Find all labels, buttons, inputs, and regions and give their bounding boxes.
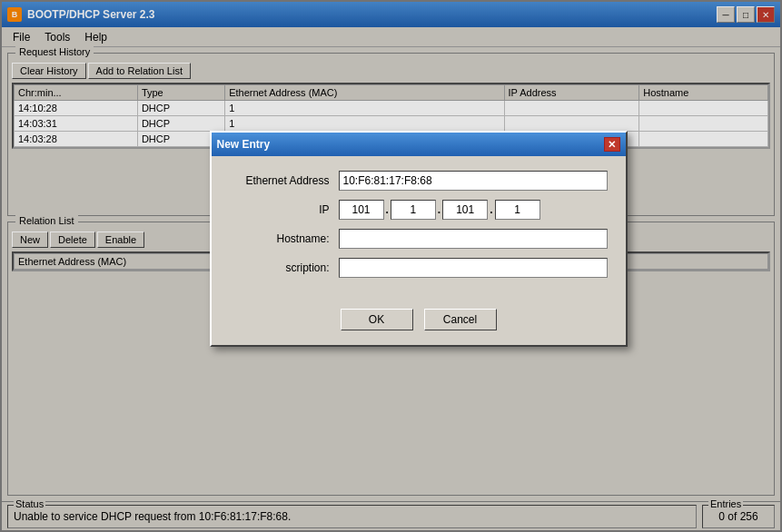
ip-row: IP . . .: [230, 200, 608, 220]
ip-label: IP: [230, 203, 339, 216]
ip-segment-2[interactable]: [391, 200, 436, 220]
main-window: B BOOTP/DHCP Server 2.3 ─ □ ✕ File Tools…: [0, 0, 782, 532]
hostname-label: Hostname:: [230, 232, 339, 245]
description-label: scription:: [230, 261, 339, 274]
ethernet-row: Ethernet Address: [230, 171, 608, 191]
dialog-close-button[interactable]: ✕: [604, 137, 620, 152]
description-input[interactable]: [339, 258, 608, 278]
ip-dot-3: .: [488, 203, 494, 216]
description-row: scription:: [230, 258, 608, 278]
ip-segment-4[interactable]: [495, 200, 540, 220]
ip-input-group: . . .: [339, 200, 540, 220]
cancel-button[interactable]: Cancel: [424, 309, 497, 330]
ip-dot-2: .: [436, 203, 442, 216]
dialog-content: Ethernet Address IP . . .: [212, 156, 626, 301]
hostname-row: Hostname:: [230, 229, 608, 249]
ethernet-label: Ethernet Address: [230, 174, 339, 187]
dialog-title-bar: New Entry ✕: [212, 133, 626, 156]
ip-segment-1[interactable]: [339, 200, 384, 220]
ip-segment-3[interactable]: [442, 200, 488, 220]
dialog-title: New Entry: [217, 138, 271, 151]
hostname-input[interactable]: [339, 229, 608, 249]
dialog-buttons: OK Cancel: [212, 301, 626, 345]
ip-dot-1: .: [384, 203, 391, 216]
modal-overlay: New Entry ✕ Ethernet Address IP .: [0, 0, 782, 532]
ethernet-input[interactable]: [339, 171, 608, 191]
ok-button[interactable]: OK: [341, 309, 413, 330]
new-entry-dialog: New Entry ✕ Ethernet Address IP .: [210, 131, 628, 347]
